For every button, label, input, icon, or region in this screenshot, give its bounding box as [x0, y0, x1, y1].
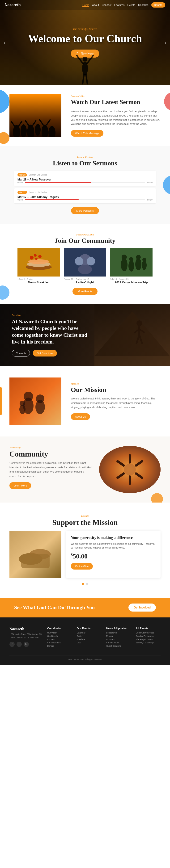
community-events-section: Upcoming Events Join Our Community 15 Ap… — [0, 224, 170, 304]
footer-link-missions2[interactable]: Missions — [106, 638, 131, 641]
footer-link-leadership[interactable]: Leadership — [106, 631, 131, 634]
svg-point-38 — [136, 255, 141, 259]
svg-point-29 — [78, 265, 92, 274]
event-2-image — [64, 248, 106, 277]
watch-sermon-label: Sermon Video — [71, 95, 161, 97]
footer-social: f t in — [9, 642, 42, 647]
svg-point-26 — [35, 258, 37, 260]
cta-text: See What God Can Do Through You — [14, 604, 95, 611]
footer-link-community-groups[interactable]: Community Groups — [136, 631, 161, 634]
footer-link-youth[interactable]: For the Youth — [106, 642, 131, 644]
footer-link-calendar[interactable]: Calendar — [77, 631, 102, 634]
mission-image — [9, 377, 61, 425]
footer-link-connect[interactable]: Connect — [47, 638, 72, 641]
mission-description: We are called to act, think, speak, thin… — [71, 396, 161, 410]
location-title: At Nazareth Church you'll be welcomed by… — [12, 318, 87, 345]
footer-link-vision[interactable]: Our Vision — [47, 631, 72, 634]
footer-logo: Nazareth — [9, 627, 42, 631]
social-facebook[interactable]: f — [9, 642, 15, 647]
nav-link-features[interactable]: Features — [114, 4, 124, 6]
footer-link-sunday-fellowship2[interactable]: Sunday Fellowship — [136, 642, 161, 644]
community-events-title: Join Our Community — [9, 237, 161, 244]
donation-box: Your generosity is making a difference W… — [66, 531, 161, 578]
svg-line-4 — [83, 74, 84, 84]
more-podcasts-button[interactable]: More Podcasts — [71, 207, 99, 214]
nav-link-about[interactable]: About — [92, 4, 99, 6]
footer-link-guest[interactable]: Guest Speaking — [106, 645, 131, 647]
learn-more-button[interactable]: Learn More — [9, 482, 31, 489]
footer-link-prayer-room[interactable]: The Prayer Room — [136, 638, 161, 641]
sermon-2-progress-bar[interactable] — [25, 199, 145, 200]
svg-point-37 — [135, 258, 141, 270]
hero-prev-arrow[interactable]: ‹ — [3, 39, 5, 46]
sermon-2-progress-fill — [25, 199, 79, 200]
watch-sermon-section: Sermon Video Watch Our Latest Sermon We … — [0, 85, 170, 146]
social-twitter[interactable]: t — [17, 642, 22, 647]
deco-red-right — [164, 92, 170, 111]
footer-link-preachers[interactable]: For Preachers — [47, 642, 72, 644]
footer-link-missions[interactable]: Missions — [77, 638, 102, 641]
nav-link-events[interactable]: Events — [127, 4, 135, 6]
nav-link-contacts[interactable]: Contacts — [138, 4, 148, 6]
footer-brand: Nazareth 1234 North Street, Wilmington, … — [9, 627, 42, 648]
svg-line-3 — [87, 56, 93, 64]
community-events-label: Upcoming Events — [9, 233, 161, 236]
community-image — [99, 446, 161, 493]
dot-2[interactable] — [86, 583, 88, 585]
footer-link-gallery[interactable]: Gallery — [77, 635, 102, 637]
footer-link-give[interactable]: Give — [77, 642, 102, 644]
community-title: Community — [9, 450, 92, 458]
social-linkedin[interactable]: in — [24, 642, 29, 647]
footer-address: 1234 North Street, Wilmington, NY 12345 … — [9, 632, 42, 640]
sermons-title: Listen to Our Sermons — [14, 159, 156, 167]
event-3-date: July 15 – August 29 — [110, 278, 152, 280]
svg-point-63 — [124, 464, 136, 475]
support-section: Donate Support the Mission Your ge — [0, 502, 170, 598]
directions-button[interactable]: Get Directions — [33, 350, 57, 356]
svg-rect-49 — [9, 377, 61, 425]
sermon-1-time-start: 00:00 — [18, 181, 23, 184]
sermon-1-progress-fill — [25, 182, 91, 183]
sermons-label: Sermon Podcast — [14, 156, 156, 159]
watch-sermon-button[interactable]: Watch This Message — [71, 130, 104, 136]
deco-yellow-circle — [0, 132, 9, 144]
location-label: Location — [12, 314, 87, 316]
sermon-1-progress-bar[interactable] — [25, 182, 145, 183]
watch-sermon-content: Sermon Video Watch Our Latest Sermon We … — [71, 95, 161, 136]
hero-next-arrow[interactable]: › — [165, 39, 166, 46]
svg-point-10 — [35, 124, 40, 136]
footer-link-beliefs[interactable]: Our Beliefs — [47, 635, 72, 637]
footer-link-sunday-fellowship[interactable]: Sunday Fellowship — [136, 635, 161, 637]
footer-col-mission: Our Mission Our Vision Our Beliefs Conne… — [47, 627, 72, 648]
footer-col-mission-title: Our Mission — [47, 627, 72, 630]
footer-link-donors[interactable]: Donors — [47, 645, 72, 647]
event-3-name: 2019 Kenya Mission Trip — [110, 281, 152, 284]
give-button[interactable]: Online Give — [71, 563, 93, 569]
svg-point-25 — [38, 255, 41, 258]
footer-link-mission[interactable]: Mission — [106, 635, 131, 637]
more-events-button[interactable]: More Events — [73, 288, 97, 295]
community-text: We Belong Community Community is the con… — [9, 446, 92, 493]
nav-link-connect[interactable]: Connect — [102, 4, 111, 6]
get-involved-button[interactable]: Get Involved — [129, 603, 156, 612]
donation-amount: $50.00 — [71, 553, 156, 560]
about-us-button[interactable]: About Us — [71, 413, 90, 420]
event-1-image — [18, 248, 60, 277]
community-info-section: We Belong Community Community is the con… — [0, 436, 170, 502]
svg-line-5 — [86, 74, 87, 84]
nav-link-home[interactable]: Home — [82, 4, 89, 7]
contacts-button[interactable]: Contacts — [12, 350, 30, 356]
donation-description: We are happy to get the support from the… — [71, 542, 156, 550]
community-label: We Belong — [9, 446, 92, 449]
watch-sermon-description: We want to welcome you at the church whe… — [71, 110, 161, 126]
dot-1[interactable] — [82, 583, 84, 585]
mission-label: Mission — [71, 382, 161, 385]
sermon-1-series: Sermon Life Series — [29, 174, 47, 176]
svg-point-23 — [30, 256, 33, 259]
location-background-image — [94, 304, 170, 366]
amount-value: 50.00 — [73, 553, 88, 560]
nav-donate-button[interactable]: Donate — [151, 2, 165, 7]
nav-links: Home About Connect Features Events Conta… — [82, 2, 165, 7]
event-1-date: 15 April – 3 May — [18, 278, 60, 280]
svg-point-53 — [35, 400, 45, 414]
